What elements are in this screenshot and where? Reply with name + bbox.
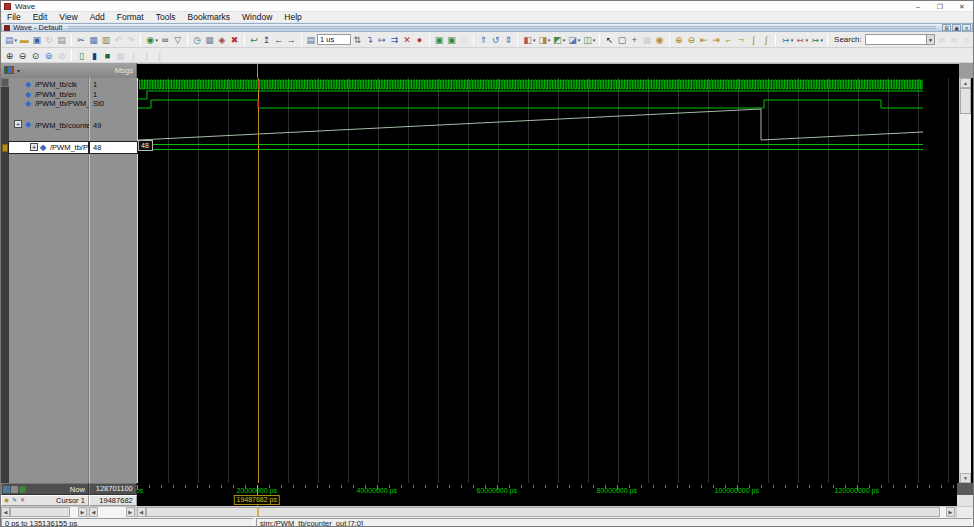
pane-close-button[interactable]: ✕ <box>962 24 971 31</box>
dropdown-arrow-icon[interactable]: ▾ <box>533 37 536 43</box>
find-last-button[interactable]: ⇕ <box>502 33 514 46</box>
next-transition-button[interactable]: ⇥ <box>710 33 722 46</box>
dropdown-arrow-icon[interactable]: ▾ <box>806 37 809 43</box>
cut-button[interactable]: ✂ <box>75 33 87 46</box>
save-button[interactable]: ▣ <box>30 33 42 46</box>
search-dropdown-icon[interactable]: ▼ <box>927 34 936 45</box>
open-button[interactable]: ▬ <box>18 33 30 46</box>
edit-mode-button[interactable]: ▦ <box>641 33 653 46</box>
pause-button[interactable]: ◌ <box>458 33 470 46</box>
pane-titlebar[interactable]: Wave - Default ⊞▣✕ <box>1 23 973 32</box>
scroll-left-arrow-icon[interactable]: ◀ <box>1 507 10 517</box>
scroll-left-arrow-icon[interactable]: ◀ <box>137 507 146 517</box>
event-format-button[interactable]: ■ <box>101 49 114 62</box>
menu-bookmarks[interactable]: Bookmarks <box>182 12 237 23</box>
scroll-up-arrow-icon[interactable]: ▲ <box>960 78 971 88</box>
close-button[interactable]: ✕ <box>951 1 973 12</box>
falling-edge-button[interactable]: ∫ <box>153 49 166 62</box>
edit-cursor-icon[interactable]: ✎ <box>11 497 18 504</box>
scroll-right-arrow-icon[interactable]: ▶ <box>946 507 955 517</box>
back-button[interactable]: ← <box>273 33 285 46</box>
titlebar[interactable]: Wave –❐✕ <box>1 1 973 12</box>
prev-transition-button[interactable]: ⇤ <box>697 33 709 46</box>
find-button[interactable]: ∞ <box>159 33 171 46</box>
grid-icon[interactable] <box>11 486 18 493</box>
signal-row[interactable]: +◆/PWM_tb/PWM_CW <box>9 142 88 153</box>
menu-file[interactable]: File <box>1 12 27 23</box>
run-all-button[interactable]: ⇉ <box>388 33 400 46</box>
step-button[interactable]: ▣ <box>433 33 445 46</box>
dropdown-arrow-icon[interactable]: ▾ <box>578 37 581 43</box>
break-button[interactable]: ✕ <box>401 33 413 46</box>
timeline-ruler[interactable]: 0 ps20000000 ps40000000 ps60000000 ps800… <box>137 483 957 495</box>
dropdown-arrow-icon[interactable]: ▾ <box>14 37 17 43</box>
full-edge-button[interactable]: ∫ <box>127 49 140 62</box>
next-falling-edge-button[interactable]: ¬ <box>735 33 747 46</box>
next-rising-edge-button[interactable]: ∫ <box>760 33 772 46</box>
waveform-area[interactable]: 48 <box>138 78 959 483</box>
scroll-down-arrow-icon[interactable]: ▼ <box>960 473 971 483</box>
reload-button[interactable]: ↻ <box>43 33 55 46</box>
signal-row[interactable]: ◆/PWM_tb/PWM_out <box>9 99 88 108</box>
stoplight-button[interactable]: ◉ <box>653 33 665 46</box>
dropdown-arrow-icon[interactable]: ▾ <box>791 37 794 43</box>
run-button[interactable]: ↴ <box>363 33 375 46</box>
wave-hscroll-thumb[interactable] <box>146 507 940 517</box>
zoom-range-button[interactable]: ⊘ <box>55 49 68 62</box>
zoom-cursor-button[interactable]: ⊚ <box>42 49 55 62</box>
signal-value-row[interactable]: 49 <box>90 108 137 142</box>
pane-dock-button[interactable]: ⊞ <box>942 24 951 31</box>
move-up-button[interactable]: ↥ <box>260 33 272 46</box>
restart-button[interactable]: ▤ <box>305 33 317 46</box>
search-down-button[interactable]: ∞ <box>935 33 947 46</box>
insert-breakpoint-button[interactable]: ◷ <box>191 33 203 46</box>
paste-button[interactable]: ▥ <box>100 33 112 46</box>
search-options-button[interactable]: ☼ <box>960 33 972 46</box>
find-first-button[interactable]: ⇑ <box>477 33 489 46</box>
dropdown-arrow-icon[interactable]: ▾ <box>548 37 551 43</box>
signal-value-row[interactable]: 48 <box>90 142 137 153</box>
memory-button[interactable]: ▦ <box>203 33 215 46</box>
expand-icon[interactable]: + <box>14 120 22 128</box>
pan-mode-button[interactable]: + <box>628 33 640 46</box>
continue-button[interactable]: ↦ <box>376 33 388 46</box>
select-mode-button[interactable]: ↖ <box>603 33 615 46</box>
chevron-down-icon[interactable]: ▾ <box>17 67 20 74</box>
add-wave-button[interactable]: ↩ <box>248 33 260 46</box>
scroll-right-arrow-icon[interactable]: ▶ <box>78 507 87 517</box>
minimize-button[interactable]: – <box>907 1 929 12</box>
dropdown-arrow-icon[interactable]: ▾ <box>156 37 159 43</box>
refresh-wave-button[interactable]: ↺ <box>490 33 502 46</box>
zoom-out-button[interactable]: ⊖ <box>16 49 29 62</box>
zoom-in-button[interactable]: ⊕ <box>3 49 16 62</box>
delete-cursor-icon[interactable]: ✕ <box>19 497 26 504</box>
scroll-up-icon[interactable] <box>1 78 9 87</box>
expand-icon[interactable] <box>19 486 26 493</box>
profile-button[interactable]: ◈ <box>216 33 228 46</box>
logic-format-button[interactable]: ▮ <box>88 49 101 62</box>
scroll-left-arrow-icon[interactable]: ◀ <box>89 507 98 517</box>
dropdown-arrow-icon[interactable]: ▾ <box>821 37 824 43</box>
pane-grip[interactable] <box>68 25 936 30</box>
cursor1-cell[interactable]: ◆ ✎ ✕ Cursor 1 <box>1 495 89 506</box>
waveform-canvas[interactable]: 48 <box>138 78 959 483</box>
forward-button[interactable]: → <box>285 33 297 46</box>
zoom-mode-button[interactable]: ▢ <box>616 33 628 46</box>
undo-button[interactable]: ↶ <box>112 33 124 46</box>
signal-value-row[interactable]: 1 <box>90 80 137 89</box>
menu-view[interactable]: View <box>53 12 83 23</box>
left-gutter-scrollbar[interactable] <box>1 78 9 483</box>
vscroll-thumb[interactable] <box>960 88 971 114</box>
lock-cursor-icon[interactable]: ◆ <box>3 497 10 504</box>
menu-add[interactable]: Add <box>84 12 111 23</box>
zoom-full-button[interactable]: ⊙ <box>29 49 42 62</box>
restore-button[interactable]: ❐ <box>929 1 951 12</box>
menu-tools[interactable]: Tools <box>150 12 182 23</box>
analog-format-button[interactable]: ▦ <box>114 49 127 62</box>
wave-vscrollbar[interactable]: ▲ ▼ <box>959 78 971 483</box>
print-button[interactable]: ▤ <box>55 33 67 46</box>
cursor-flag-row[interactable]: 19487682 ps <box>137 495 957 506</box>
signal-value-row[interactable]: St0 <box>90 99 137 108</box>
signal-row[interactable]: ◆/PWM_tb/en <box>9 90 88 99</box>
filter-button[interactable]: ▽ <box>171 33 183 46</box>
